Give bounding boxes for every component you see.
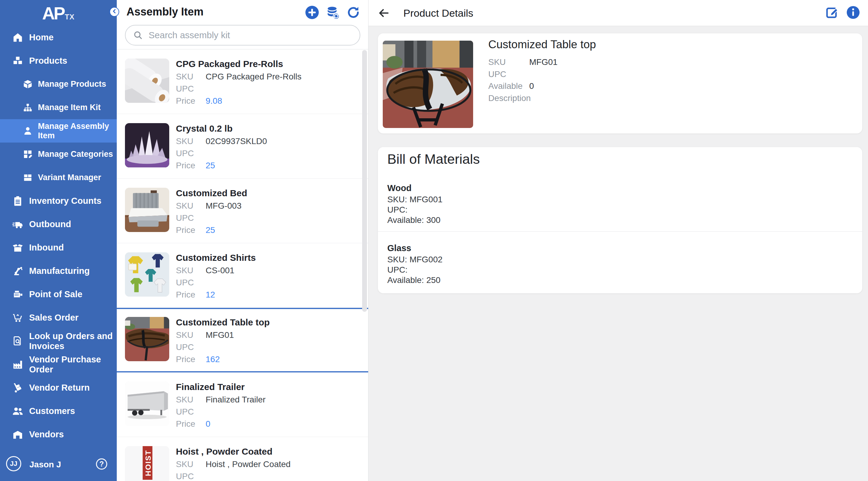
upc-label: UPC — [176, 471, 197, 481]
search-icon — [133, 30, 143, 40]
sidebar-collapse-button[interactable] — [110, 7, 119, 17]
sidebar-item-lookup-orders-invoices[interactable]: Look up Orders and Invoices — [0, 329, 117, 353]
description-label: Description — [488, 93, 529, 103]
bom-title: Bill of Materials — [387, 151, 480, 167]
user-avatar[interactable]: JJ — [6, 456, 21, 471]
user-name: Jason J — [29, 460, 61, 470]
add-assembly-button[interactable] — [305, 5, 319, 20]
material-name: Wood — [387, 183, 442, 193]
panel-actions — [305, 5, 360, 20]
bom-material-glass: Glass SKU: MFG002 UPC: Available: 250 — [387, 243, 442, 285]
product-image — [383, 41, 473, 128]
sku-value: MFG01 — [206, 330, 234, 340]
sidebar-item-manufacturing[interactable]: Manufacturing — [0, 259, 117, 283]
refresh-icon[interactable] — [346, 5, 360, 20]
list-scrollbar[interactable] — [362, 50, 367, 312]
sidebar-item-label: Vendor Purchase Order — [29, 355, 117, 374]
sku-label: SKU — [488, 57, 529, 67]
price-value: 0 — [206, 419, 211, 429]
upc-label: UPC — [176, 407, 197, 417]
price-label: Price — [176, 160, 197, 170]
item-thumbnail-bed — [125, 188, 169, 232]
details-header: Product Details — [369, 0, 868, 26]
divider — [378, 231, 862, 232]
sidebar-item-sales-order[interactable]: Sales Order — [0, 306, 117, 329]
list-item-customized-shirts[interactable]: Customized Shirts SKUCS-001 UPC Price12 — [117, 243, 368, 308]
home-icon — [12, 32, 23, 43]
material-available: Available: 300 — [387, 215, 442, 225]
search-input[interactable] — [148, 30, 356, 41]
available-label: Available — [488, 81, 529, 91]
sidebar-item-point-of-sale[interactable]: Point of Sale — [0, 283, 117, 306]
bom-material-wood: Wood SKU: MFG001 UPC: Available: 300 — [387, 183, 442, 225]
document-search-icon — [12, 335, 23, 347]
material-sku: SKU: MFG002 — [387, 254, 442, 265]
database-sync-icon[interactable] — [326, 5, 340, 20]
list-item-crystal[interactable]: Crystal 0.2 lb SKU02C9937SKLD0 UPC Price… — [117, 114, 368, 179]
price-value: 9.08 — [206, 96, 222, 106]
sidebar-item-label: Manage Item Kit — [38, 103, 101, 112]
sku-label: SKU — [176, 71, 197, 82]
package-icon — [23, 79, 33, 89]
sidebar-item-manage-assembly-item[interactable]: Manage Assembly Item — [0, 119, 117, 142]
sidebar-item-vendor-purchase-order[interactable]: Vendor Purchase Order — [0, 353, 117, 376]
sidebar-item-home[interactable]: Home — [0, 26, 117, 49]
sidebar-item-customers[interactable]: Customers — [0, 399, 117, 423]
list-item-customized-bed[interactable]: Customized Bed SKUMFG-003 UPC Price25 — [117, 179, 368, 243]
sidebar-footer: JJ Jason J ? — [0, 456, 117, 474]
sidebar-item-label: Inventory Counts — [29, 196, 101, 205]
product-details-panel: Product Details Customized Table top SKU… — [369, 0, 868, 481]
sidebar-item-manage-products[interactable]: Manage Products — [0, 72, 117, 96]
help-icon[interactable]: ? — [95, 457, 108, 471]
upc-label: UPC — [176, 342, 197, 352]
sidebar-item-label: Look up Orders and Invoices — [29, 331, 117, 351]
price-value: 25 — [206, 225, 215, 235]
item-thumbnail-table — [125, 317, 169, 361]
sidebar-item-label: Customers — [29, 406, 75, 416]
sidebar-item-vendor-return[interactable]: Vendor Return — [0, 376, 117, 399]
sidebar-item-outbound[interactable]: Outbound — [0, 213, 117, 236]
sidebar-item-label: Variant Manager — [38, 173, 101, 182]
price-value: 162 — [206, 354, 220, 364]
list-item-finalized-trailer[interactable]: Finalized Trailer SKUFinalized Trailer U… — [117, 373, 368, 437]
upc-label: UPC — [176, 84, 197, 94]
sku-value: CPG Packaged Pre-Rolls — [206, 71, 302, 82]
sidebar-item-label: Point of Sale — [29, 289, 83, 299]
back-button[interactable] — [377, 6, 390, 20]
sidebar-item-manage-categories[interactable]: Manage Categories — [0, 142, 117, 166]
product-name: Customized Table top — [488, 38, 596, 51]
sidebar-item-variant-manager[interactable]: Variant Manager — [0, 166, 117, 189]
info-icon[interactable] — [846, 5, 860, 20]
sidebar-item-manage-item-kit[interactable]: Manage Item Kit — [0, 96, 117, 119]
sidebar-item-vendors[interactable]: Vendors — [0, 423, 117, 446]
warehouse-icon — [12, 429, 23, 440]
sku-label: SKU — [176, 265, 197, 276]
list-item-hoist-powder-coated[interactable]: HOIST Hoist , Powder Coated SKUHoist , P… — [117, 437, 368, 481]
svg-text:?: ? — [99, 460, 104, 468]
sidebar-item-products[interactable]: Products — [0, 49, 117, 72]
sidebar-item-inbound[interactable]: Inbound — [0, 236, 117, 259]
product-details-card: Customized Table top SKU MFG01 UPC Avail… — [378, 33, 862, 133]
sku-label: SKU — [176, 330, 197, 340]
material-sku: SKU: MFG001 — [387, 194, 442, 205]
back-arrow-icon — [377, 6, 390, 20]
hand-truck-icon — [12, 382, 23, 393]
edit-product-button[interactable] — [825, 5, 839, 20]
details-title: Product Details — [403, 7, 473, 19]
material-available: Available: 250 — [387, 275, 442, 285]
item-thumbnail-crystal — [125, 123, 169, 167]
item-name: Hoist , Powder Coated — [176, 446, 290, 457]
list-item-customized-table-top[interactable]: Customized Table top SKUMFG01 UPC Price1… — [117, 308, 368, 373]
upc-label: UPC — [176, 213, 197, 223]
price-label: Price — [176, 96, 197, 106]
sidebar-item-inventory-counts[interactable]: Inventory Counts — [0, 189, 117, 213]
material-name: Glass — [387, 243, 442, 253]
sidebar-item-label: Manufacturing — [29, 266, 90, 276]
sidebar-item-label: Sales Order — [29, 313, 79, 322]
item-name: Customized Table top — [176, 317, 270, 328]
item-thumbnail-shirts — [125, 252, 169, 297]
item-thumbnail-hoist: HOIST — [125, 446, 169, 481]
price-label: Price — [176, 225, 197, 235]
list-item-cpg-packaged-pre-rolls[interactable]: CPG Packaged Pre-Rolls SKUCPG Packaged P… — [117, 50, 368, 114]
person-icon — [23, 126, 33, 136]
